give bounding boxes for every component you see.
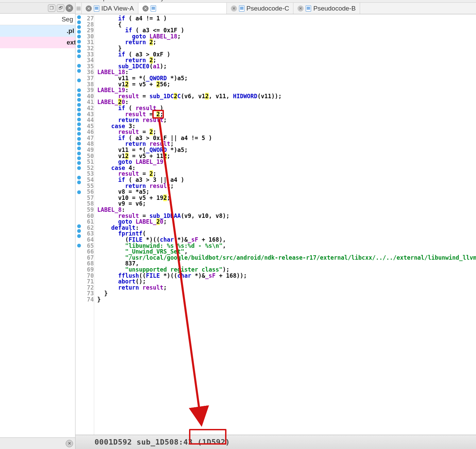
tab-grip-icon[interactable] [75,3,82,14]
breakpoint-dot-icon[interactable] [77,137,81,141]
code-editor[interactable]: 2728293031323334353637383940414243444546… [75,14,476,435]
seg-header-label: Seg [62,16,73,23]
segment-label: .pl [67,27,74,34]
breakpoint-dot-icon[interactable] [77,64,81,68]
lineno: 59 [82,207,94,213]
code-line[interactable]: v12 = v5 + 256; [97,82,476,88]
code-line[interactable]: if ( a4 != 1 ) [97,16,476,22]
breakpoint-dot-icon[interactable] [77,224,81,228]
restore-icon[interactable]: ❐ [48,4,55,12]
document-icon [239,5,244,12]
breakpoint-dot-icon[interactable] [77,49,81,53]
lineno: 32 [82,46,94,52]
document-icon [151,5,156,12]
document-icon [306,5,311,12]
breakpoint-dot-icon[interactable] [77,229,81,233]
breakpoint-dot-icon[interactable] [77,54,81,58]
breakpoint-dot-icon[interactable] [77,108,81,111]
breakpoint-dot-icon[interactable] [77,98,81,102]
tab-label: Pseudocode-C [247,5,289,12]
close-icon[interactable]: ✕ [231,5,237,12]
lineno: 27 [82,16,94,22]
sidebar-header: ❐ 🗗 ✕ [0,3,75,14]
breakpoint-dot-icon[interactable] [77,40,81,44]
code-line[interactable]: } [97,297,476,303]
breakpoint-dot-icon[interactable] [77,113,81,116]
lineno: 37 [82,75,94,82]
code-line[interactable]: v11 = *(_QWORD *)a5; [97,75,476,82]
breakpoint-dot-icon[interactable] [77,118,81,121]
code-line[interactable]: if ( result ) [97,105,476,111]
code-line[interactable]: "/usr/local/google/buildbot/src/android/… [97,255,476,261]
tab-pseudocode-b[interactable]: ✕ Pseudocode-B [293,3,360,14]
close-icon[interactable]: ✕ [86,5,92,12]
code-line[interactable]: default: [97,225,476,231]
tab-active-blank[interactable]: ✕ [138,3,227,14]
tab-label: IDA View-A [101,5,134,12]
breakpoint-dot-icon[interactable] [77,79,81,82]
lineno: 64 [82,237,94,243]
lineno: 74 [82,297,94,303]
sidebar: ❐ 🗗 ✕ Seg .pl ext ✕ [0,3,75,449]
code-line[interactable]: return result; [97,285,476,291]
breakpoint-dot-icon[interactable] [77,132,81,136]
breakpoint-dot-icon[interactable] [77,122,81,126]
tab-bar: ✕ IDA View-A ✕ ✕ Pseudocode-C ✕ [75,3,476,14]
code-line[interactable]: v10 = v5 + 192; [97,195,476,201]
breakpoint-dot-icon[interactable] [77,103,81,107]
breakpoint-dot-icon[interactable] [77,93,81,97]
breakpoint-dot-icon[interactable] [77,176,81,179]
breakpoint-dot-icon[interactable] [77,69,81,73]
segment-row-ext[interactable]: ext [0,37,75,48]
breakpoint-dot-icon[interactable] [77,25,81,29]
breakpoint-dot-icon[interactable] [77,166,81,170]
breakpoint-dot-icon[interactable] [77,88,81,92]
breakpoint-dot-icon[interactable] [77,35,81,38]
top-toolbar: Instruction Data Unexplored External sym… [0,0,476,3]
minimize-icon[interactable]: 🗗 [57,4,64,12]
breakpoint-dot-icon[interactable] [77,142,81,145]
code-line[interactable]: sub_1DCE0(a1); [97,64,476,70]
code-line[interactable]: } [97,46,476,52]
breakpoint-gutter[interactable] [75,14,82,435]
code-line[interactable]: fflush((FILE *)((char *)&_sF + 168)); [97,273,476,279]
code-body[interactable]: if ( a4 != 1 ) { if ( a3 <= 0x1F ) goto … [95,14,476,435]
code-line[interactable]: return 2; [97,39,476,46]
document-icon [94,5,99,12]
breakpoint-dot-icon[interactable] [77,234,81,238]
lineno: 69 [82,267,94,273]
breakpoint-dot-icon[interactable] [77,146,81,150]
code-line[interactable]: return result; [97,117,476,123]
lineno: 54 [82,177,94,183]
breakpoint-dot-icon[interactable] [77,156,81,160]
breakpoint-dot-icon[interactable] [77,20,81,24]
breakpoint-dot-icon[interactable] [77,127,81,131]
code-line[interactable]: return result; [97,183,476,189]
close-icon[interactable]: ✕ [66,440,73,447]
segment-row-pl[interactable]: .pl [0,25,75,37]
close-icon[interactable]: ✕ [66,4,73,12]
tab-pseudocode-c[interactable]: ✕ Pseudocode-C [227,3,294,14]
breakpoint-dot-icon[interactable] [77,30,81,34]
close-icon[interactable]: ✕ [298,5,304,12]
code-line[interactable]: } [97,291,476,297]
code-line[interactable]: goto LABEL_19; [97,159,476,165]
tab-ida-view-a[interactable]: ✕ IDA View-A [82,3,138,14]
segment-label: ext [67,39,76,46]
sidebar-footer: ✕ [0,437,75,449]
breakpoint-dot-icon[interactable] [77,152,81,155]
code-line[interactable]: result = sub_1DC2C(v6, v12, v11, HIDWORD… [97,93,476,100]
code-line[interactable]: v9 = v6; [97,201,476,207]
lineno-gutter: 2728293031323334353637383940414243444546… [82,14,94,435]
code-line[interactable]: goto LABEL_20; [97,219,476,225]
lineno: 42 [82,105,94,111]
breakpoint-dot-icon[interactable] [77,190,81,194]
breakpoint-dot-icon[interactable] [77,180,81,184]
tab-label: Pseudocode-B [313,5,356,12]
close-icon[interactable]: ✕ [142,5,149,12]
breakpoint-dot-icon[interactable] [77,45,81,48]
breakpoint-dot-icon[interactable] [77,161,81,165]
breakpoint-dot-icon[interactable] [77,15,81,19]
status-bar: 0001D592 sub_1D508:43 (1D592) [75,435,476,449]
breakpoint-dot-icon[interactable] [77,244,81,247]
